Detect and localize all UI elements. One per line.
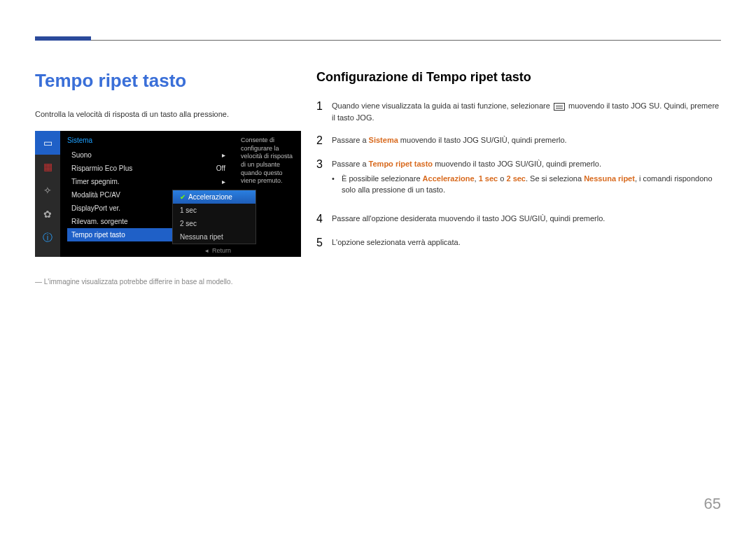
- step: 1Quando viene visualizzata la guida ai t…: [316, 100, 722, 123]
- step-number: 5: [316, 237, 332, 249]
- step-number: 1: [316, 100, 332, 113]
- osd-popup-option: ✔Accelerazione: [173, 190, 255, 204]
- intro-text: Controlla la velocità di risposta di un …: [35, 110, 301, 118]
- step-number: 2: [316, 134, 332, 147]
- step-body: Quando viene visualizzata la guida ai ta…: [332, 100, 722, 123]
- osd-main: Sistema Suono▸Risparmio Eco PlusOffTimer…: [60, 131, 237, 257]
- osd-screenshot: ▭ ▦ ✧ ✿ ⓘ Sistema Suono▸Risparmio Eco Pl…: [35, 131, 301, 257]
- page-title: Tempo ripet tasto: [35, 70, 301, 92]
- step: 4Passare all'opzione desiderata muovendo…: [316, 213, 722, 225]
- left-column: Tempo ripet tasto Controlla la velocità …: [35, 70, 301, 286]
- osd-section-title: Sistema: [67, 136, 230, 144]
- steps-list: 1Quando viene visualizzata la guida ai t…: [316, 100, 722, 249]
- step-number: 4: [316, 213, 332, 225]
- osd-return: ◂ Return: [205, 247, 231, 254]
- step: 5L'opzione selezionata verrà applicata.: [316, 237, 722, 249]
- osd-menu-item: Suono▸: [67, 148, 230, 162]
- osd-popup: ✔Accelerazione1 sec2 secNessuna ripet: [172, 190, 256, 244]
- step-body: Passare all'opzione desiderata muovendo …: [332, 213, 722, 225]
- step-body: Passare a Sistema muovendo il tasto JOG …: [332, 134, 722, 146]
- osd-popup-option: 1 sec: [173, 204, 255, 217]
- step: 3Passare a Tempo ripet tasto muovendo il…: [316, 158, 722, 202]
- display-icon: ▭: [35, 131, 60, 155]
- footnote: ― L'immagine visualizzata potrebbe diffe…: [35, 278, 301, 286]
- return-triangle-icon: ◂: [205, 247, 209, 254]
- settings-icon: ✿: [35, 202, 60, 226]
- info-icon: ⓘ: [35, 226, 60, 250]
- step-body: L'opzione selezionata verrà applicata.: [332, 237, 722, 248]
- page-number: 65: [704, 495, 721, 513]
- picture-icon: ▦: [35, 155, 60, 178]
- step: 2Passare a Sistema muovendo il tasto JOG…: [316, 134, 722, 147]
- osd-sidebar: ▭ ▦ ✧ ✿ ⓘ: [35, 131, 60, 257]
- bullet-item: •È possibile selezionare Accelerazione, …: [332, 173, 722, 196]
- subtitle: Configurazione di Tempo ripet tasto: [316, 70, 722, 85]
- menu-glyph-icon: [554, 103, 565, 111]
- step-body: Passare a Tempo ripet tasto muovendo il …: [332, 158, 722, 202]
- right-column: Configurazione di Tempo ripet tasto 1Qua…: [316, 70, 722, 260]
- adjust-icon: ✧: [35, 178, 60, 202]
- osd-popup-option: 2 sec: [173, 217, 255, 230]
- header-rule: [91, 40, 721, 41]
- osd-menu-item: Risparmio Eco PlusOff: [67, 162, 230, 175]
- accent-bar: [35, 36, 91, 41]
- osd-menu-item: Timer spegnim.▸: [67, 175, 230, 188]
- osd-popup-option: Nessuna ripet: [173, 230, 255, 244]
- step-number: 3: [316, 158, 332, 171]
